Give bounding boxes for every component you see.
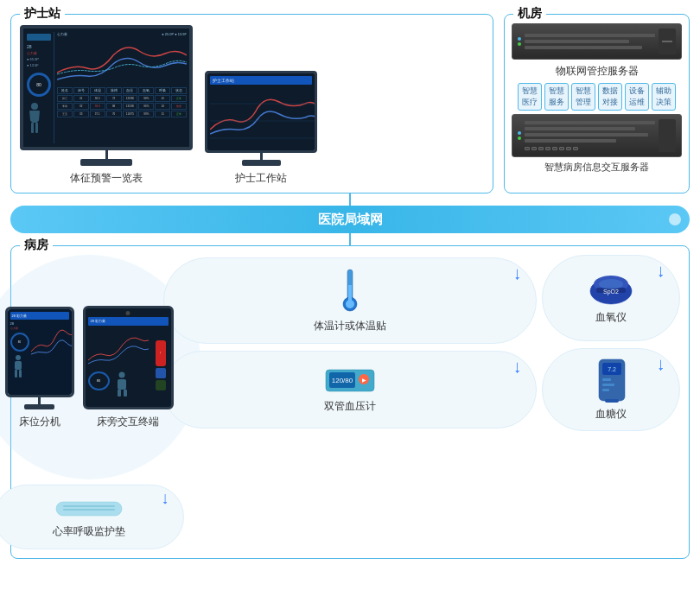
service-tag-6: 辅助决策 [652, 83, 676, 111]
svg-rect-28 [63, 509, 115, 511]
bt-badge-oximeter: ⭣ [655, 264, 667, 278]
bp-label: 双管血压计 [324, 399, 376, 414]
svg-rect-21 [19, 370, 22, 377]
nurse-station: 护士站 28 心力量 ● 65.5P ● 13. [10, 14, 493, 193]
server2-label: 智慧病房信息交互服务器 [512, 161, 682, 174]
service-tag-1: 智慧医疗 [518, 83, 542, 111]
bed-unit-label: 床位分机 [19, 415, 60, 429]
large-monitor-label: 体征预警一览表 [70, 171, 143, 186]
thermometer-card: ⭣ 体温计或体温贴 [163, 257, 537, 344]
large-monitor-col: 28 心力量 ● 65.5P ● 13.5F 80 [20, 25, 193, 186]
center-devices-row: 28 彩力量 28 心力量 80 [5, 306, 174, 429]
service-tag-2: 智慧服务 [544, 83, 569, 111]
ward-label: 病房 [20, 238, 53, 253]
svg-point-33 [599, 279, 623, 289]
svg-rect-38 [602, 384, 614, 386]
oximeter-label: 血氧仪 [595, 310, 627, 325]
sleep-mat-label: 心率呼吸监护垫 [53, 524, 125, 539]
service-tag-4: 数据对接 [598, 83, 622, 111]
thermometer-label: 体温计或体温贴 [314, 319, 386, 333]
svg-rect-5 [35, 123, 38, 133]
svg-point-22 [118, 371, 124, 377]
ward-left-col: ⭣ 体温计或体温贴 ⭣ 120/80 ▶ [163, 257, 537, 428]
svg-rect-23 [118, 379, 126, 390]
server-1 [512, 23, 682, 60]
top-section: 护士站 28 心力量 ● 65.5P ● 13. [0, 0, 700, 193]
svg-text:7.2: 7.2 [608, 366, 616, 372]
bedside-terminal-label: 床旁交互终端 [97, 415, 159, 429]
network-to-ward-connector [0, 233, 700, 245]
svg-text:SpO2: SpO2 [603, 289, 619, 295]
small-monitor: 护士工作站 [205, 71, 317, 153]
server1-label: 物联网管控服务器 [512, 64, 682, 79]
svg-point-18 [16, 355, 21, 360]
small-monitor-label: 护士工作站 [235, 171, 287, 186]
svg-rect-24 [118, 390, 121, 397]
bt-badge-glucose: ⭣ [655, 358, 667, 371]
server-2 [512, 114, 682, 157]
connector-area [0, 193, 700, 206]
network-bar: 医院局域网 [10, 206, 690, 233]
ward-right-col: ⭣ SpO2 血氧仪 ⭣ 7.2 [542, 255, 680, 431]
network-label: 医院局域网 [318, 212, 383, 228]
machine-room-label: 机房 [513, 6, 546, 22]
svg-rect-20 [15, 370, 17, 377]
bed-unit: 28 彩力量 28 心力量 80 [5, 307, 74, 429]
bt-badge-thermo: ⭣ [512, 267, 524, 281]
machine-room: 机房 物联网管控服务器 智慧医疗 智慧服务 [504, 14, 690, 193]
svg-point-12 [346, 300, 354, 308]
oximeter-card: ⭣ SpO2 血氧仪 [542, 255, 680, 341]
svg-text:120/80: 120/80 [332, 377, 353, 384]
svg-text:▶: ▶ [362, 377, 366, 383]
svg-rect-37 [602, 378, 611, 381]
ward-center-col: 28 彩力量 28 心力量 80 [20, 255, 158, 549]
ward-grid: ⭣ 体温计或体温贴 ⭣ 120/80 ▶ [20, 255, 680, 549]
svg-rect-40 [605, 399, 619, 403]
svg-point-0 [31, 103, 38, 110]
svg-rect-4 [31, 123, 34, 133]
bt-badge-bp: ⭣ [512, 360, 524, 374]
svg-rect-27 [63, 505, 115, 507]
glucose-card: ⭣ 7.2 血糖仪 [542, 348, 680, 431]
bt-badge-sleep: ⭣ [160, 492, 171, 505]
nurse-content: 28 心力量 ● 65.5P ● 13.5F 80 [20, 25, 484, 186]
sleep-mat-card: ⭣ 心率呼吸监护垫 [0, 485, 184, 549]
bp-card: ⭣ 120/80 ▶ 双管血压计 [163, 351, 537, 428]
ward-section: 病房 ⭣ 体温计或体温贴 ⭣ [10, 245, 690, 559]
service-tag-3: 智慧管理 [571, 83, 595, 111]
svg-rect-19 [15, 361, 22, 370]
svg-rect-25 [124, 390, 127, 397]
bedside-terminal-col: 28 彩力量 [83, 306, 174, 429]
svg-rect-39 [602, 389, 609, 391]
service-tag-5: 设备运维 [625, 83, 649, 111]
glucose-label: 血糖仪 [595, 407, 627, 422]
service-tags: 智慧医疗 智慧服务 智慧管理 数据对接 设备运维 辅助决策 [512, 83, 682, 111]
large-monitor: 28 心力量 ● 65.5P ● 13.5F 80 [20, 25, 193, 150]
nurse-station-label: 护士站 [20, 6, 65, 22]
small-monitor-col: 护士工作站 护士工作站 [205, 71, 317, 186]
